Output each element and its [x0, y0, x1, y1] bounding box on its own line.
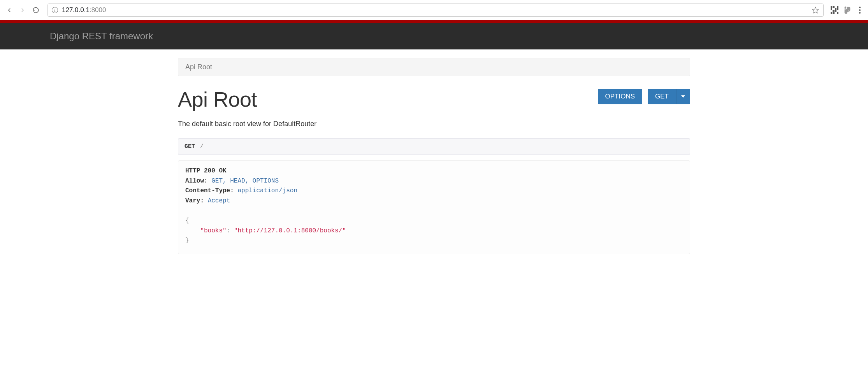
site-info-icon[interactable]: i [52, 7, 58, 13]
back-button[interactable] [5, 5, 14, 15]
qr-code-extension-icon[interactable] [831, 6, 838, 14]
json-value-quote-close: " [342, 227, 346, 234]
evernote-extension-icon[interactable] [843, 6, 852, 14]
page-title: Api Root [178, 87, 257, 111]
request-method: GET [184, 143, 195, 150]
json-key-books: "books" [200, 227, 226, 234]
get-button-group: GET [648, 89, 690, 104]
page-container: Api Root Api Root OPTIONS GET The defaul… [178, 58, 690, 254]
breadcrumb: Api Root [178, 58, 690, 76]
forward-button [18, 5, 27, 15]
vary-header-value: Accept [208, 197, 230, 204]
vary-header-label: Vary: [185, 197, 204, 204]
url-host: 127.0.0.1 [62, 6, 90, 14]
url-port: :8000 [90, 6, 106, 14]
get-dropdown-toggle[interactable] [676, 89, 690, 104]
content-type-header-label: Content-Type: [185, 187, 234, 194]
request-path: / [200, 143, 204, 150]
reload-button[interactable] [31, 5, 40, 15]
json-colon: : [227, 227, 230, 234]
page-subtitle: The default basic root view for DefaultR… [178, 120, 690, 128]
content-type-header-value: application/json [237, 187, 297, 194]
response-panel: HTTP 200 OK Allow: GET, HEAD, OPTIONS Co… [178, 160, 690, 254]
request-panel: GET / [178, 138, 690, 155]
url-text: 127.0.0.1:8000 [62, 6, 106, 14]
page-header: Api Root OPTIONS GET [178, 87, 690, 111]
svg-marker-0 [813, 7, 819, 13]
breadcrumb-item-root[interactable]: Api Root [185, 63, 212, 71]
accent-line [0, 20, 868, 23]
address-bar[interactable]: i 127.0.0.1:8000 [47, 4, 824, 17]
allow-header-label: Allow: [185, 177, 208, 184]
app-navbar: Django REST framework [0, 23, 868, 49]
books-url-link[interactable]: http://127.0.0.1:8000/books/ [237, 227, 342, 234]
response-status: HTTP 200 OK [185, 167, 227, 174]
browser-toolbar: i 127.0.0.1:8000 [0, 0, 868, 20]
extension-icons [831, 6, 863, 14]
get-button[interactable]: GET [648, 89, 676, 104]
allow-header-value: GET, HEAD, OPTIONS [211, 177, 279, 184]
json-close-brace: } [185, 237, 189, 244]
json-value-quote-open: " [234, 227, 238, 234]
chevron-down-icon [681, 95, 685, 98]
json-open-brace: { [185, 217, 189, 224]
bookmark-star-icon[interactable] [812, 6, 819, 14]
navbar-brand-link[interactable]: Django REST framework [50, 31, 153, 42]
action-buttons: OPTIONS GET [598, 89, 690, 104]
browser-menu-button[interactable] [856, 7, 863, 14]
options-button[interactable]: OPTIONS [598, 89, 643, 104]
